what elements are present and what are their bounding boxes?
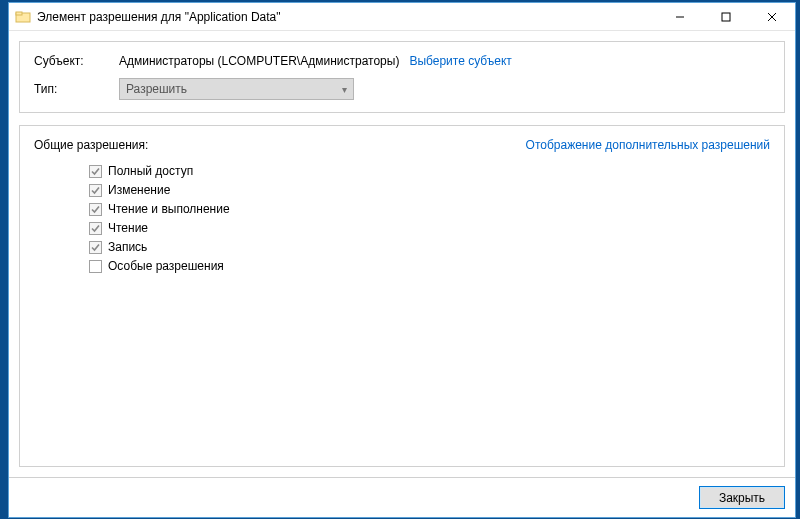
subject-value: Администраторы (LCOMPUTER\Администраторы… [119,54,399,68]
minimize-button[interactable] [657,3,703,31]
permission-item: Чтение [89,219,770,237]
permissions-heading: Общие разрешения: [34,138,148,152]
close-button[interactable] [749,3,795,31]
permission-label: Изменение [108,183,170,197]
subject-label: Субъект: [34,54,119,68]
permission-checkbox[interactable] [89,260,102,273]
permission-label: Чтение и выполнение [108,202,230,216]
permission-checkbox[interactable] [89,165,102,178]
dialog-content: Субъект: Администраторы (LCOMPUTER\Админ… [9,31,795,477]
type-label: Тип: [34,82,119,96]
permissions-panel: Общие разрешения: Отображение дополнител… [19,125,785,467]
permission-item: Особые разрешения [89,257,770,275]
permission-checkbox[interactable] [89,203,102,216]
permission-checkbox[interactable] [89,241,102,254]
permission-label: Запись [108,240,147,254]
permission-item: Полный доступ [89,162,770,180]
permission-checkbox[interactable] [89,222,102,235]
svg-rect-3 [722,13,730,21]
permission-checkbox[interactable] [89,184,102,197]
maximize-button[interactable] [703,3,749,31]
window-title: Элемент разрешения для "Application Data… [37,10,657,24]
folder-icon [15,9,31,25]
dialog-footer: Закрыть [9,477,795,517]
close-dialog-button[interactable]: Закрыть [699,486,785,509]
principal-panel: Субъект: Администраторы (LCOMPUTER\Админ… [19,41,785,113]
chevron-down-icon: ▾ [342,84,347,95]
permission-label: Чтение [108,221,148,235]
select-subject-link[interactable]: Выберите субъект [409,54,511,68]
advanced-permissions-link[interactable]: Отображение дополнительных разрешений [526,138,770,152]
type-value: Разрешить [126,82,187,96]
type-select[interactable]: Разрешить ▾ [119,78,354,100]
permission-item: Изменение [89,181,770,199]
type-row: Тип: Разрешить ▾ [34,78,770,100]
svg-rect-1 [16,12,22,15]
permission-entry-dialog: Элемент разрешения для "Application Data… [8,2,796,518]
titlebar[interactable]: Элемент разрешения для "Application Data… [9,3,795,31]
permissions-header: Общие разрешения: Отображение дополнител… [34,138,770,152]
subject-row: Субъект: Администраторы (LCOMPUTER\Админ… [34,54,770,68]
permission-label: Особые разрешения [108,259,224,273]
permission-item: Чтение и выполнение [89,200,770,218]
permissions-checklist: Полный доступИзменениеЧтение и выполнени… [34,162,770,275]
permission-item: Запись [89,238,770,256]
permission-label: Полный доступ [108,164,193,178]
